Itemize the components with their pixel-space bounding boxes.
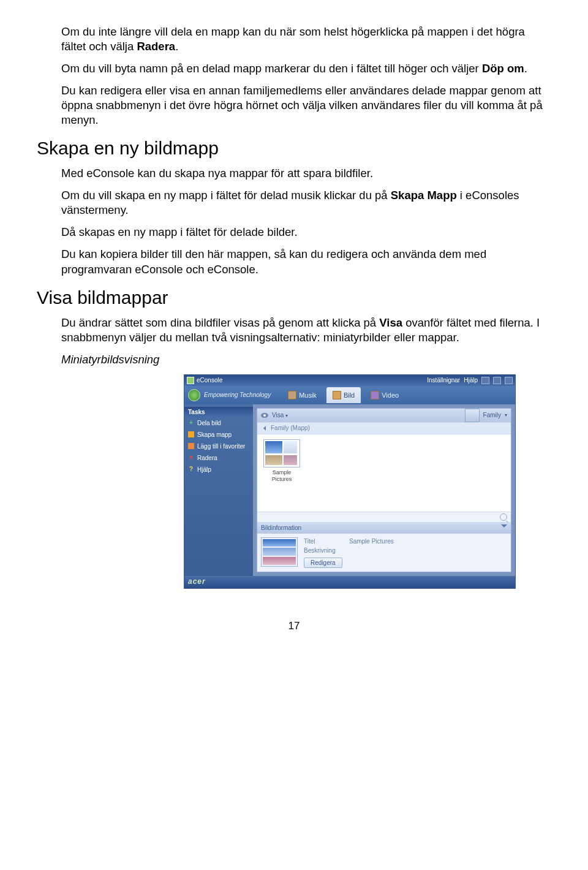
para-create-1: Med eConsole kan du skapa nya mappar för… <box>61 166 551 181</box>
task-share[interactable]: +Dela bild <box>184 417 253 429</box>
para-rename-folder: Om du vill byta namn på en delad mapp ma… <box>61 61 551 76</box>
para-create-3: Då skapas en ny mapp i fältet för delade… <box>61 225 551 240</box>
avatar-icon <box>465 409 480 422</box>
breadcrumb-label: Family (Mapp) <box>271 424 310 432</box>
minimize-icon[interactable] <box>481 377 489 384</box>
window-footer: acer <box>184 576 515 588</box>
view-dropdown[interactable]: Visa ▾ <box>272 411 288 419</box>
view-toolbar: Visa ▾ Family ▾ <box>257 409 511 422</box>
para-view-1: Du ändrar sättet som dina bildfiler visa… <box>61 316 551 345</box>
empowering-logo-icon <box>188 389 200 401</box>
task-help[interactable]: ?Hjälp <box>184 464 253 475</box>
edit-button[interactable]: Redigera <box>304 558 342 568</box>
info-header[interactable]: Bildinformation <box>257 522 511 534</box>
app-header: Empowering Technology Musik Bild Video <box>184 386 515 404</box>
back-icon[interactable] <box>261 425 267 431</box>
task-delete[interactable]: ×Radera <box>184 452 253 464</box>
tasks-header: Tasks <box>184 407 253 417</box>
folder-thumbnail[interactable]: Sample Pictures <box>262 439 301 483</box>
help-link[interactable]: Hjälp <box>464 376 478 384</box>
info-body: TitelSample Pictures Beskrivning Rediger… <box>257 534 511 572</box>
breadcrumb[interactable]: Family (Mapp) <box>257 422 511 434</box>
screenshot: eConsole Inställnignar Hjälp Empowering … <box>184 374 551 589</box>
collapse-icon <box>501 524 507 531</box>
image-icon <box>333 391 341 399</box>
favorite-icon <box>188 443 194 449</box>
maximize-icon[interactable] <box>493 377 501 384</box>
video-icon <box>371 391 379 399</box>
help-icon: ? <box>188 466 194 472</box>
field-title-value: Sample Pictures <box>349 537 394 545</box>
brand-tagline: Empowering Technology <box>204 391 271 399</box>
app-icon <box>187 377 194 384</box>
para-other-users: Du kan redigera eller visa en annan fami… <box>61 83 551 127</box>
thumbnail-preview-icon <box>263 439 300 467</box>
page-number: 17 <box>37 619 551 633</box>
tab-music[interactable]: Musik <box>282 387 323 403</box>
field-title-label: Titel <box>304 537 341 545</box>
tab-image[interactable]: Bild <box>326 387 361 403</box>
info-preview-icon <box>261 537 298 567</box>
tab-video[interactable]: Video <box>364 387 405 403</box>
para-create-2: Om du vill skapa en ny mapp i fältet för… <box>61 188 551 218</box>
para-delete-folder: Om du inte längre vill dela en mapp kan … <box>61 25 551 54</box>
chevron-down-icon: ▾ <box>285 413 288 418</box>
heading-create-folder: Skapa en ny bildmapp <box>37 136 551 160</box>
para-thumbnail-heading: Miniatyrbildsvisning <box>61 352 551 367</box>
user-label: Family <box>483 411 501 419</box>
window-titlebar: eConsole Inställnignar Hjälp <box>184 375 515 386</box>
heading-view-folders: Visa bildmappar <box>37 286 551 309</box>
main-panel: Visa ▾ Family ▾ Family (Mapp) Sample <box>257 408 511 572</box>
music-icon <box>288 391 296 399</box>
window-title: eConsole <box>197 376 222 384</box>
para-create-4: Du kan kopiera bilder till den här mappe… <box>61 247 551 276</box>
econsole-window: eConsole Inställnignar Hjälp Empowering … <box>184 374 516 589</box>
task-add-favorite[interactable]: Lägg till i favoriter <box>184 441 253 452</box>
thumbnail-area: Sample Pictures <box>257 434 511 512</box>
magnifier-icon[interactable] <box>500 513 507 521</box>
settings-link[interactable]: Inställnignar <box>427 376 460 384</box>
close-icon[interactable] <box>505 377 513 384</box>
chevron-down-icon: ▾ <box>505 412 507 418</box>
plus-icon: + <box>188 420 194 426</box>
folder-icon <box>188 431 194 437</box>
eye-icon <box>261 413 268 418</box>
user-selector[interactable]: Family ▾ <box>465 409 507 422</box>
thumbnail-caption: Sample Pictures <box>272 469 292 483</box>
zoom-row <box>257 512 511 522</box>
sidebar: Tasks +Dela bild Skapa mapp Lägg till i … <box>184 404 253 576</box>
field-desc-label: Beskrivning <box>304 547 341 554</box>
delete-icon: × <box>188 455 194 461</box>
acer-logo: acer <box>188 577 206 587</box>
task-create-folder[interactable]: Skapa mapp <box>184 429 253 441</box>
